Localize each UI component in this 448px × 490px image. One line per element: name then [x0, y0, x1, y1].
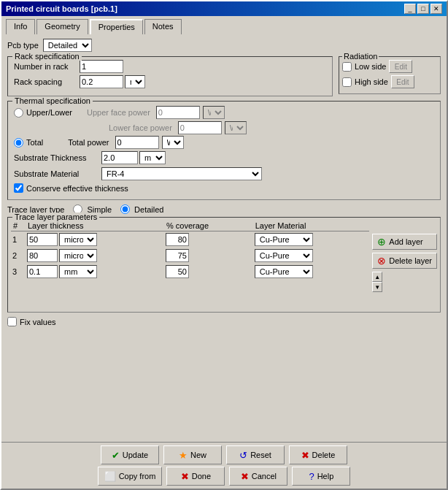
delete-btn-icon: ✖: [301, 450, 309, 461]
close-button[interactable]: ✕: [430, 4, 442, 14]
upper-lower-label: Upper/Lower: [26, 108, 72, 117]
reset-icon: ↺: [239, 450, 247, 461]
help-button[interactable]: ? Help: [292, 467, 350, 486]
tab-geometry[interactable]: Geometry: [36, 19, 88, 34]
update-button[interactable]: ✔ Update: [101, 445, 159, 464]
add-del-buttons: ⊕ Add layer ⊗ Delete layer: [372, 221, 437, 269]
properties-content: Pcb type Detailed Simple Rack specificat…: [1, 34, 447, 442]
conserve-checkbox[interactable]: [14, 183, 23, 193]
upper-face-unit: W: [203, 106, 225, 119]
col-coverage: % coverage: [164, 221, 253, 231]
total-label: Total: [26, 138, 43, 147]
col-num: #: [11, 221, 26, 231]
new-button[interactable]: ★ New: [163, 445, 222, 464]
total-power-input[interactable]: [115, 136, 159, 149]
trace-section: Trace layer type Simple Detailed Trace l…: [7, 204, 441, 313]
main-window: Printed circuit boards [pcb.1] _ □ ✕ Inf…: [0, 0, 448, 490]
layer-row-3: 3 microns mm: [11, 264, 369, 280]
layer-coverage-input-1[interactable]: [166, 233, 189, 246]
high-side-row: High side Edit: [342, 75, 437, 88]
total-power-unit[interactable]: W: [162, 136, 184, 149]
substrate-thickness-unit[interactable]: mm: [139, 151, 166, 164]
number-in-rack-input[interactable]: [80, 60, 123, 73]
copy-from-button[interactable]: ⬜ Copy from: [98, 467, 163, 486]
rack-spacing-input[interactable]: [80, 75, 123, 88]
done-icon: ✖: [181, 471, 189, 482]
upper-lower-row: Upper/Lower Upper face power W: [14, 106, 434, 119]
tab-notes[interactable]: Notes: [144, 19, 182, 34]
layer-num-1: 1: [11, 231, 26, 248]
rack-spacing-unit-select[interactable]: m: [125, 75, 145, 88]
layer-thickness-input-3[interactable]: [27, 265, 58, 278]
layer-coverage-input-2[interactable]: [166, 249, 189, 262]
high-side-label: High side: [355, 77, 388, 86]
layer-unit-select-2[interactable]: microns mm: [59, 249, 97, 262]
lower-face-input: [178, 121, 222, 134]
scroll-down-button[interactable]: ▼: [372, 282, 382, 292]
layer-empty-space: [11, 280, 369, 309]
title-controls: _ □ ✕: [404, 4, 442, 14]
title-bar: Printed circuit boards [pcb.1] _ □ ✕: [1, 1, 447, 16]
high-side-checkbox[interactable]: [342, 77, 352, 87]
total-radio[interactable]: [14, 138, 23, 148]
high-side-edit-button[interactable]: Edit: [391, 75, 414, 88]
bottom-buttons: ✔ Update ★ New ↺ Reset ✖ Delete ⬜ Copy f…: [1, 442, 447, 489]
layer-coverage-cell-3: [164, 264, 253, 280]
substrate-thickness-label: Substrate Thickness: [14, 153, 101, 162]
delete-layer-button[interactable]: ⊗ Delete layer: [372, 253, 437, 269]
layer-unit-select-3[interactable]: microns mm: [59, 265, 97, 278]
substrate-material-row: Substrate Material FR-4 Alumina Aluminum…: [14, 167, 434, 180]
reset-button[interactable]: ↺ Reset: [226, 445, 285, 464]
lower-face-label: Lower face power: [109, 123, 172, 132]
done-button[interactable]: ✖ Done: [166, 467, 225, 486]
low-side-row: Low side Edit: [342, 60, 437, 73]
low-side-checkbox[interactable]: [342, 62, 352, 72]
rack-spacing-label: Rack spacing: [14, 77, 80, 86]
number-in-rack-label: Number in rack: [14, 62, 80, 71]
table-wrapper: # Layer thickness % coverage Layer Mater…: [11, 221, 437, 309]
add-icon: ⊕: [377, 236, 386, 248]
layer-row-1: 1 microns mm: [11, 231, 369, 248]
substrate-thickness-input[interactable]: [101, 151, 138, 164]
layer-material-cell-2: Cu-Pure Al-Pure: [253, 248, 370, 264]
layer-unit-select-1[interactable]: microns mm: [59, 233, 97, 246]
layer-thickness-cell-1: microns mm: [26, 231, 164, 248]
tab-info[interactable]: Info: [6, 19, 35, 34]
substrate-thickness-row: Substrate Thickness mm: [14, 151, 434, 164]
help-label: Help: [317, 472, 334, 481]
thermal-group: Thermal specification Upper/Lower Upper …: [7, 101, 441, 200]
add-layer-button[interactable]: ⊕ Add layer: [372, 234, 437, 250]
rack-spacing-row: Rack spacing m: [14, 75, 326, 88]
low-side-edit-button[interactable]: Edit: [389, 60, 412, 73]
cancel-icon: ✖: [241, 471, 249, 482]
tab-properties[interactable]: Properties: [90, 19, 143, 34]
substrate-material-select[interactable]: FR-4 Alumina Aluminum Copper: [101, 167, 262, 180]
minimize-button[interactable]: _: [404, 4, 416, 14]
maximize-button[interactable]: □: [417, 4, 429, 14]
lower-face-row: Lower face power W: [14, 121, 434, 134]
layer-thickness-input-1[interactable]: [27, 233, 58, 246]
layer-coverage-input-3[interactable]: [166, 265, 189, 278]
total-row: Total Total power W: [14, 136, 434, 149]
layer-material-select-3[interactable]: Cu-Pure Al-Pure: [255, 265, 313, 278]
layer-num-3: 3: [11, 264, 26, 280]
layer-material-select-2[interactable]: Cu-Pure Al-Pure: [255, 249, 313, 262]
layer-material-select-1[interactable]: Cu-Pure Al-Pure: [255, 233, 313, 246]
trace-detailed-radio[interactable]: [120, 204, 130, 214]
scroll-up-button[interactable]: ▲: [372, 272, 382, 282]
fix-values-checkbox[interactable]: [7, 317, 17, 326]
upper-lower-radio[interactable]: [14, 108, 23, 118]
tab-bar: Info Geometry Properties Notes: [1, 16, 447, 34]
delete-button[interactable]: ✖ Delete: [289, 445, 347, 464]
trace-params-label: Trace layer parameters: [12, 213, 99, 221]
total-power-label: Total power: [68, 138, 109, 147]
layer-num-2: 2: [11, 248, 26, 264]
rack-group: Rack specification Number in rack Rack s…: [7, 56, 333, 96]
layer-thickness-input-2[interactable]: [27, 249, 58, 262]
cancel-button[interactable]: ✖ Cancel: [229, 467, 287, 486]
pcb-type-select[interactable]: Detailed Simple: [43, 39, 92, 52]
thermal-group-label: Thermal specification: [12, 96, 93, 105]
layer-scrollbar: ▲ ▼: [372, 272, 382, 292]
trace-detailed-label: Detailed: [134, 205, 163, 214]
conserve-label: Conserve effective thickness: [26, 184, 128, 193]
